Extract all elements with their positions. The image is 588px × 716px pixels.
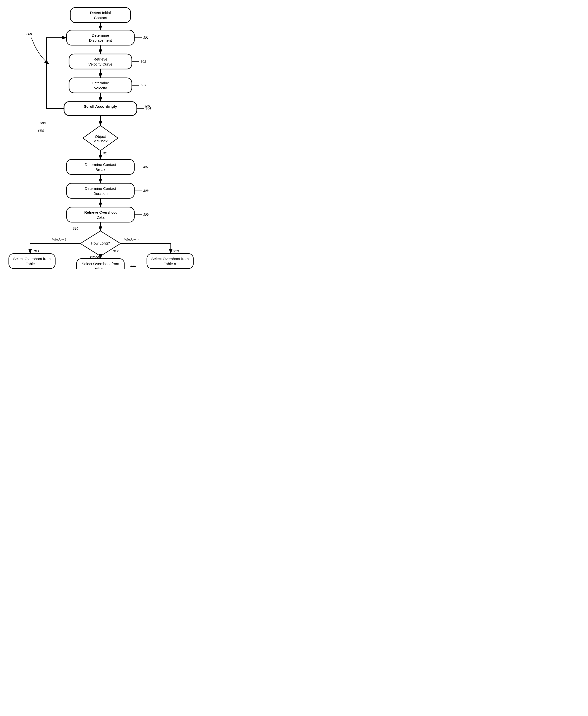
scroll-accordingly-node <box>64 102 137 115</box>
object-moving-label: Object <box>95 134 106 139</box>
determine-velocity-label: Determine <box>92 81 109 85</box>
no-label: NO <box>102 151 107 155</box>
select-overshoot-tablen-label: Select Overshoot from <box>151 257 189 261</box>
detect-initial-contact-label: Detect Initial <box>90 10 111 15</box>
svg-text:Table 1: Table 1 <box>26 261 38 266</box>
ref-307: 307 <box>143 165 149 169</box>
detect-initial-contact-node <box>70 7 130 23</box>
select-overshoot-table1-label: Select Overshoot from <box>13 257 50 261</box>
ref-313: 313 <box>173 249 179 253</box>
how-long-label: How Long? <box>91 241 110 245</box>
determine-contact-duration-node <box>66 183 134 198</box>
svg-text:Table 2: Table 2 <box>94 267 106 269</box>
svg-text:Velocity Curve: Velocity Curve <box>88 62 112 66</box>
ref-308: 308 <box>143 189 149 193</box>
svg-text:Break: Break <box>96 167 105 172</box>
flowchart-diagram: 300 Detect Initial Contact Determine Dis… <box>0 0 206 274</box>
determine-contact-duration-label: Determine Contact <box>85 186 116 191</box>
retrieve-velocity-curve-label: Retrieve <box>93 57 107 61</box>
svg-text:Moving?: Moving? <box>93 139 108 143</box>
svg-text:Velocity: Velocity <box>94 86 107 90</box>
svg-text:Table n: Table n <box>164 261 176 266</box>
ref-303: 303 <box>141 83 146 87</box>
svg-text:Data: Data <box>97 215 104 219</box>
svg-text:Duration: Duration <box>93 191 108 195</box>
scroll-accordingly-label: Scroll Accordingly <box>84 104 117 108</box>
retrieve-overshoot-data-node <box>66 207 134 222</box>
window1-label: Window 1 <box>52 237 66 241</box>
ref-306: 306 <box>40 121 46 125</box>
windowN-label: Window n <box>124 237 139 241</box>
ref-301: 301 <box>143 36 149 39</box>
ref-311: 311 <box>34 249 39 253</box>
select-overshoot-table2-label: Select Overshoot from <box>82 261 119 266</box>
ref-305: 305 <box>144 104 150 108</box>
determine-displacement-node <box>66 30 134 45</box>
yes-label: YES <box>38 129 44 132</box>
ellipsis: ••• <box>130 263 136 269</box>
ref-312: 312 <box>113 249 119 253</box>
ref-302: 302 <box>141 60 146 63</box>
svg-text:Displacement: Displacement <box>89 38 112 42</box>
determine-contact-break-node <box>66 160 134 174</box>
retrieve-velocity-curve-node <box>69 54 132 69</box>
ref-300: 300 <box>26 32 32 36</box>
determine-velocity-node <box>69 78 132 93</box>
svg-text:Contact: Contact <box>94 16 107 20</box>
retrieve-overshoot-data-label: Retrieve Overshoot <box>84 210 117 214</box>
ref-310: 310 <box>73 227 78 230</box>
determine-displacement-label: Determine <box>92 33 109 37</box>
determine-contact-break-label: Determine Contact <box>85 163 116 167</box>
select-overshoot-tablen-node <box>147 254 193 269</box>
ref-309: 309 <box>143 213 149 216</box>
select-overshoot-table1-node <box>9 254 55 269</box>
